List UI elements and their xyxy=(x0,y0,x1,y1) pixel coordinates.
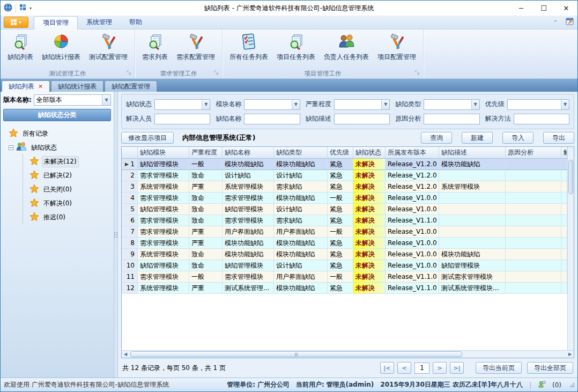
row-header-cell[interactable]: 12 xyxy=(122,283,138,294)
filter-combobox-模块名称[interactable]: ▼ xyxy=(244,99,300,110)
row-header-cell[interactable]: 5 xyxy=(122,204,138,215)
grid-cell[interactable]: 缺陷管理模块 xyxy=(223,260,274,271)
grid-cell[interactable]: 严重 xyxy=(189,283,223,294)
query-button[interactable]: 查询 xyxy=(421,132,452,144)
grid-cell[interactable]: Release_V1.0.0 xyxy=(386,226,439,238)
doc-tab-缺陷配置管理[interactable]: 缺陷配置管理 xyxy=(105,80,157,92)
grid-column-header-严重程度[interactable]: 严重程度 xyxy=(189,147,223,159)
scroll-right-icon[interactable]: ▶ xyxy=(566,351,574,358)
grid-cell[interactable] xyxy=(506,226,561,238)
export-button[interactable]: 导出 xyxy=(543,132,574,144)
tree-item-不解决(0)[interactable]: 不解决(0) xyxy=(23,196,111,210)
first-page-button[interactable]: |< xyxy=(380,362,394,374)
grid-cell[interactable]: 未解决 xyxy=(353,271,386,283)
grid-cell[interactable]: 需求管理模块 xyxy=(138,238,189,249)
table-row[interactable]: 9系统管理模块致命模块功能缺陷模块功能缺陷紧急未解决Release_V1.0.0… xyxy=(122,249,567,260)
close-button[interactable]: ✕ xyxy=(555,1,577,16)
grid-cell[interactable]: 致命 xyxy=(189,215,223,226)
grid-cell[interactable]: 未解决 xyxy=(353,181,386,193)
table-row[interactable]: 7需求管理模块严重用户界面缺陷用户界面缺陷一般未解决Release_V1.0.0 xyxy=(122,226,567,238)
ribbon-tab-1[interactable]: 项目管理 xyxy=(34,16,78,29)
grid-cell[interactable]: 系统管理模块 xyxy=(138,283,189,294)
doc-tab-缺陷统计报表[interactable]: 缺陷统计报表 xyxy=(51,80,103,92)
tree-item-缺陷状态[interactable]: −缺陷状态 xyxy=(9,140,111,154)
grid-cell[interactable]: Release_V1.0.0 xyxy=(386,204,439,215)
grid-cell[interactable]: 未解决 xyxy=(353,260,386,271)
grid-cell[interactable]: 致命 xyxy=(189,260,223,271)
table-row[interactable]: 4需求管理模块致命需求管理模块模块功能缺陷一般未解决Release_V1.0.0 xyxy=(122,193,567,204)
grid-cell[interactable]: 紧急 xyxy=(328,159,353,170)
grid-cell[interactable]: 未解决 xyxy=(353,159,386,170)
page-number-input[interactable]: 1 xyxy=(414,363,429,374)
grid-cell[interactable] xyxy=(439,204,506,215)
grid-column-header-缺陷名称[interactable]: 缺陷名称 xyxy=(223,147,274,159)
row-header-cell[interactable]: 9 xyxy=(122,249,138,260)
table-row[interactable]: 5缺陷管理模块致命缺陷管理模块设计缺陷紧急未解决Release_V1.0.0 xyxy=(122,204,567,215)
grid-cell[interactable] xyxy=(561,260,567,271)
grid-cell[interactable]: 测试需求管理模块 xyxy=(439,271,506,283)
grid-cell[interactable]: 缺陷管理模块 xyxy=(223,204,274,215)
grid-cell[interactable] xyxy=(439,215,506,226)
grid-cell[interactable]: 缺陷管理模块 xyxy=(138,159,189,170)
row-header-cell[interactable]: 2 xyxy=(122,170,138,181)
grid-column-header-优先级[interactable]: 优先级 xyxy=(328,147,353,159)
tree-item-未解决(12)[interactable]: 未解决(12) xyxy=(23,154,111,168)
grid-cell[interactable]: 模块功能缺陷 xyxy=(223,249,274,260)
grid-cell[interactable]: 未解决 xyxy=(353,283,386,294)
sidebar-splitter[interactable] xyxy=(114,92,118,378)
chevron-down-icon[interactable]: ▼ xyxy=(292,100,300,109)
grid-cell[interactable]: 系统管理模块 xyxy=(138,181,189,193)
grid-cell[interactable]: 紧急 xyxy=(328,238,353,249)
grid-cell[interactable] xyxy=(506,193,561,204)
tree-item-所有记录[interactable]: 所有记录 xyxy=(9,127,111,140)
grid-cell[interactable]: 未解决 xyxy=(353,215,386,226)
grid-cell[interactable]: 一般 xyxy=(189,159,223,170)
grid-cell[interactable]: 一般 xyxy=(189,271,223,283)
ribbon-button-缺陷统计报表[interactable]: 缺陷统计报表 xyxy=(38,32,84,63)
grid-cell[interactable]: 未解决 xyxy=(353,193,386,204)
export-current-page-button[interactable]: 导出当前页 xyxy=(476,362,522,374)
grid-cell[interactable] xyxy=(439,226,506,238)
grid-cell[interactable] xyxy=(506,170,561,181)
grid-cell[interactable]: 需求缺陷 xyxy=(274,181,328,193)
grid-cell[interactable]: 需求管理模块 xyxy=(138,170,189,181)
grid-cell[interactable]: 致命 xyxy=(189,193,223,204)
horizontal-scroll-thumb[interactable] xyxy=(130,351,462,357)
grid-column-header-所属发布版本[interactable]: 所属发布版本 xyxy=(386,147,439,159)
grid-column-header-缺陷描述[interactable]: 缺陷描述 xyxy=(439,147,506,159)
grid-cell[interactable]: Release_V1.0.0 xyxy=(386,238,439,249)
ribbon-button-项目配置管理[interactable]: 项目配置管理 xyxy=(374,32,420,63)
ribbon-help-icon[interactable] xyxy=(566,17,574,27)
chevron-down-icon[interactable]: ▼ xyxy=(561,100,569,109)
grid-cell[interactable]: 致命 xyxy=(189,170,223,181)
grid-cell[interactable]: 模块功能缺陷 xyxy=(274,193,328,204)
import-button[interactable]: 导入 xyxy=(502,132,533,144)
chevron-down-icon[interactable]: ▼ xyxy=(102,95,110,105)
dialog-launcher-icon[interactable] xyxy=(415,69,420,77)
grid-cell[interactable]: 测试系统管理模块... xyxy=(439,283,506,294)
grid-cell[interactable]: 严重 xyxy=(189,226,223,238)
ribbon-button-所有任务列表[interactable]: 所有任务列表 xyxy=(226,32,272,63)
grid-cell[interactable]: 需求管理模块 xyxy=(223,271,274,283)
grid-cell[interactable] xyxy=(506,215,561,226)
grid-cell[interactable] xyxy=(561,215,567,226)
table-row[interactable]: 6需求管理模块致命需求管理模块需求缺陷紧急未解决Release_V1.1.0 xyxy=(122,215,567,226)
grid-cell[interactable] xyxy=(506,249,561,260)
grid-cell[interactable] xyxy=(506,238,561,249)
grid-horizontal-scrollbar[interactable]: ◀ ▶ xyxy=(122,350,574,358)
grid-cell[interactable]: Release_V1.0.0 xyxy=(386,260,439,271)
grid-cell[interactable] xyxy=(439,170,506,181)
vertical-scroll-thumb[interactable] xyxy=(568,160,573,194)
filter-combobox-严重程度[interactable]: ▼ xyxy=(334,99,390,110)
grid-cell[interactable]: 设计缺陷 xyxy=(223,170,274,181)
grid-cell[interactable] xyxy=(561,271,567,283)
close-tab-icon[interactable]: ✕ xyxy=(38,83,43,90)
grid-cell[interactable] xyxy=(506,260,561,271)
ribbon-button-测试配置管理[interactable]: 测试配置管理 xyxy=(85,32,131,63)
filter-combobox-优先级[interactable]: ▼ xyxy=(507,99,569,110)
grid-column-header-缺陷类型[interactable]: 缺陷类型 xyxy=(274,147,328,159)
grid-cell[interactable]: 模块功能缺陷 xyxy=(439,159,506,170)
maximize-button[interactable]: ☐ xyxy=(532,1,555,16)
grid-cell[interactable]: 紧急 xyxy=(328,170,353,181)
grid-cell[interactable]: 紧急 xyxy=(328,215,353,226)
